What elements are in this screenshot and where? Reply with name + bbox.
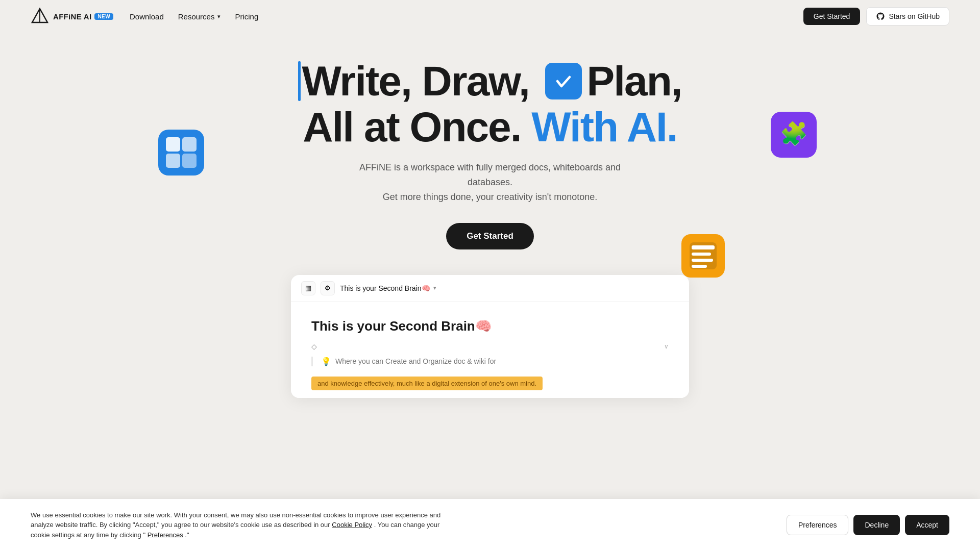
affine-logo-icon xyxy=(31,7,49,26)
toolbar-title[interactable]: This is your Second Brain🧠 ▾ xyxy=(340,284,436,292)
svg-rect-13 xyxy=(692,253,711,256)
brand-name: AFFiNE AI xyxy=(53,12,91,21)
svg-rect-7 xyxy=(182,154,197,168)
demo-bottom-area: and knowledge effectively, much like a d… xyxy=(291,379,689,398)
demo-toolbar: ▦ ⚙ This is your Second Brain🧠 ▾ xyxy=(291,275,689,302)
hero-plan: Plan, xyxy=(587,58,682,104)
hero-all-at-once: All at Once. xyxy=(303,104,531,150)
demo-expand-icon[interactable]: ∨ xyxy=(664,343,669,350)
demo-property-row: ◇ ∨ xyxy=(311,342,669,350)
svg-rect-6 xyxy=(166,154,180,168)
svg-rect-3 xyxy=(158,130,204,176)
nav-left: AFFiNE AI NEW Download Resources ▾ Prici… xyxy=(31,7,258,26)
floating-icon-app xyxy=(158,130,204,176)
demo-doc-title: This is your Second Brain🧠 xyxy=(311,318,669,334)
resources-chevron-icon: ▾ xyxy=(217,13,220,20)
hero-subtitle: AFFiNE is a workspace with fully merged … xyxy=(347,160,633,204)
demo-hint-row: 💡 Where you can Create and Organize doc … xyxy=(311,357,669,366)
svg-rect-12 xyxy=(692,245,715,249)
cursor-bar xyxy=(298,61,301,101)
navbar: AFFiNE AI NEW Download Resources ▾ Prici… xyxy=(0,0,980,33)
cookie-preferences-button[interactable]: Preferences xyxy=(787,515,848,535)
hero-get-started-button[interactable]: Get Started xyxy=(446,223,534,249)
hint-text: Where you can Create and Organize doc & … xyxy=(335,357,496,365)
cookie-preferences-inline-link[interactable]: Preferences xyxy=(148,531,183,539)
floating-icon-puzzle: 🧩 xyxy=(771,112,817,158)
cookie-policy-link[interactable]: Cookie Policy xyxy=(332,521,372,529)
nav-pricing-link[interactable]: Pricing xyxy=(235,12,258,21)
svg-rect-14 xyxy=(692,259,713,262)
github-button[interactable]: Stars on GitHub xyxy=(866,7,949,26)
cookie-accept-button[interactable]: Accept xyxy=(905,515,949,535)
cookie-banner: We use essential cookies to make our sit… xyxy=(0,499,980,552)
nav-download-link[interactable]: Download xyxy=(130,12,164,21)
floating-icon-notes xyxy=(681,234,725,278)
svg-text:🧩: 🧩 xyxy=(780,120,808,147)
highlighted-text: and knowledge effectively, much like a d… xyxy=(311,377,543,390)
nav-right: Get Started Stars on GitHub xyxy=(803,7,949,26)
hero-title-line2: All at Once. With AI. xyxy=(298,104,681,150)
checkbox-icon xyxy=(545,63,582,99)
github-label: Stars on GitHub xyxy=(889,12,940,20)
nav-resources-link[interactable]: Resources ▾ xyxy=(178,12,221,21)
svg-rect-15 xyxy=(692,265,707,268)
bulb-icon: 💡 xyxy=(321,357,331,366)
nav-brand: AFFiNE AI NEW xyxy=(53,12,113,21)
svg-rect-4 xyxy=(166,137,180,152)
demo-row-left: ◇ xyxy=(311,342,317,350)
svg-rect-5 xyxy=(182,137,197,152)
cookie-buttons: Preferences Decline Accept xyxy=(787,515,949,535)
cookie-decline-button[interactable]: Decline xyxy=(853,515,900,535)
demo-card: ▦ ⚙ This is your Second Brain🧠 ▾ This is… xyxy=(291,275,689,398)
hero-section: 🧩 Write, Draw, Plan, All at Once. With A… xyxy=(0,33,980,249)
hero-write-draw: Write, Draw, xyxy=(302,58,540,104)
toolbar-settings-button[interactable]: ⚙ xyxy=(321,281,335,295)
toolbar-doc-button[interactable]: ▦ xyxy=(301,281,315,295)
hero-ai: With AI. xyxy=(531,104,677,150)
doc-icon: ▦ xyxy=(305,284,311,292)
logo-link[interactable]: AFFiNE AI NEW xyxy=(31,7,113,26)
nav-get-started-button[interactable]: Get Started xyxy=(803,8,861,25)
hero-title-line1: Write, Draw, Plan, xyxy=(298,58,681,104)
settings-icon: ⚙ xyxy=(325,284,331,292)
cookie-text: We use essential cookies to make our sit… xyxy=(31,510,449,540)
toolbar-chevron-icon: ▾ xyxy=(433,285,436,291)
demo-section: ▦ ⚙ This is your Second Brain🧠 ▾ This is… xyxy=(0,275,980,398)
new-badge: NEW xyxy=(94,13,113,20)
toolbar-title-text: This is your Second Brain🧠 xyxy=(340,284,430,292)
demo-content: This is your Second Brain🧠 ◇ ∨ 💡 Where y… xyxy=(291,302,689,379)
github-icon xyxy=(876,12,885,21)
diamond-icon: ◇ xyxy=(311,342,317,350)
hero-title: Write, Draw, Plan, All at Once. With AI. xyxy=(298,58,681,150)
nav-links: Download Resources ▾ Pricing xyxy=(130,12,258,21)
